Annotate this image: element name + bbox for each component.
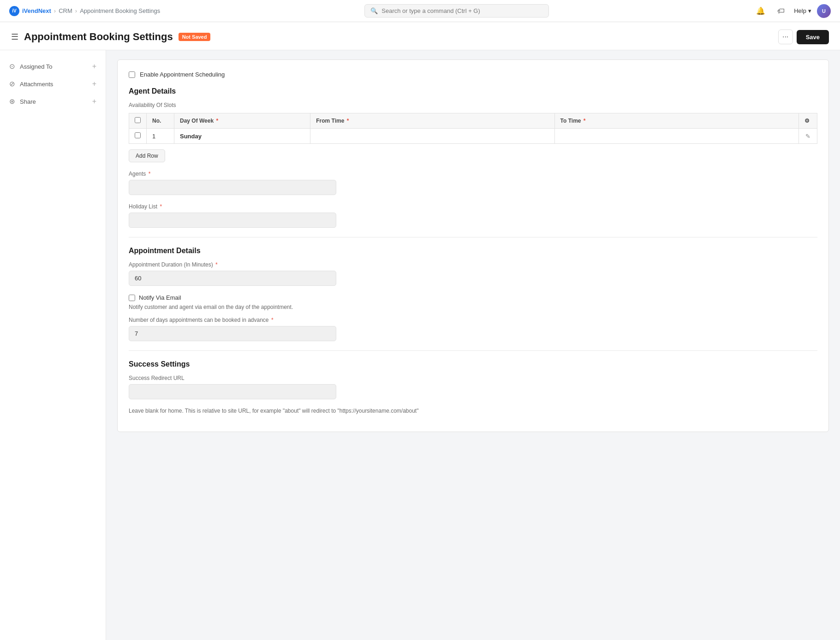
tags-icon[interactable]: 🏷	[774, 4, 788, 18]
availability-table: No. Day Of Week * From Time * To Time	[129, 113, 817, 144]
advance-days-field-group: Number of days appointments can be booke…	[129, 317, 817, 341]
row-edit-cell[interactable]: ✎	[799, 129, 817, 144]
appointment-details-title: Appointment Details	[129, 247, 817, 255]
search-area: 🔍	[364, 4, 549, 18]
row-to-time-cell[interactable]	[554, 129, 798, 144]
main-content: Enable Appointment Scheduling Agent Deta…	[106, 50, 840, 640]
duration-label: Appointment Duration (In Minutes) *	[129, 261, 817, 268]
sidebar-item-assigned-to[interactable]: ⊙ Assigned To +	[0, 58, 106, 75]
redirect-url-hint: Leave blank for home. This is relative t…	[129, 408, 817, 414]
day-required-star: *	[216, 118, 219, 124]
to-time-input[interactable]	[560, 133, 793, 140]
advance-days-input[interactable]	[129, 326, 336, 341]
sidebar: ⊙ Assigned To + ⊘ Attachments + ⊛ Share …	[0, 50, 106, 640]
breadcrumb-current: Appointment Booking Settings	[80, 7, 160, 14]
more-options-button[interactable]: ···	[778, 30, 793, 44]
sidebar-item-attachments[interactable]: ⊘ Attachments +	[0, 75, 106, 93]
holiday-list-label: Holiday List *	[129, 203, 817, 210]
duration-required-star: *	[215, 261, 218, 268]
holiday-list-field-group: Holiday List *	[129, 203, 817, 228]
holiday-list-required-star: *	[160, 203, 162, 210]
hamburger-menu[interactable]: ☰	[11, 32, 18, 42]
select-all-checkbox[interactable]	[135, 117, 141, 123]
holiday-list-input[interactable]	[129, 213, 336, 228]
row-day-cell: Sunday	[174, 129, 310, 144]
success-settings-section: Success Settings Success Redirect URL Le…	[129, 360, 817, 414]
section-divider-1	[129, 237, 817, 237]
nav-actions: 🔔 🏷 Help ▾ U	[753, 4, 831, 18]
from-time-input[interactable]	[316, 133, 548, 140]
agent-details-title: Agent Details	[129, 87, 817, 95]
enable-row: Enable Appointment Scheduling	[129, 71, 817, 78]
sidebar-item-share[interactable]: ⊛ Share +	[0, 93, 106, 110]
app-name: iVendNext	[22, 7, 51, 14]
row-from-time-cell[interactable]	[310, 129, 554, 144]
notify-hint: Notify customer and agent via email on t…	[129, 304, 817, 310]
notify-email-row: Notify Via Email	[129, 294, 817, 301]
advance-days-label: Number of days appointments can be booke…	[129, 317, 817, 323]
edit-row-icon[interactable]: ✎	[805, 133, 810, 140]
redirect-url-field-group: Success Redirect URL	[129, 375, 817, 399]
page-title: Appointment Booking Settings	[24, 31, 173, 43]
breadcrumb-crm[interactable]: CRM	[59, 7, 72, 14]
logo-icon: iV	[9, 6, 19, 16]
col-header-from-time: From Time *	[310, 113, 554, 129]
main-layout: ⊙ Assigned To + ⊘ Attachments + ⊛ Share …	[0, 50, 840, 640]
share-icon: ⊛	[9, 97, 15, 106]
sidebar-attachments-label: Attachments	[20, 81, 53, 88]
appointment-details-section: Appointment Details Appointment Duration…	[129, 247, 817, 341]
notify-email-checkbox[interactable]	[129, 295, 135, 301]
agents-field-group: Agents *	[129, 171, 817, 195]
row-checkbox[interactable]	[135, 132, 141, 138]
page-header-right: ··· Save	[778, 30, 829, 44]
table-row: 1 Sunday ✎	[129, 129, 817, 144]
app-logo[interactable]: iV iVendNext	[9, 6, 51, 16]
row-checkbox-cell	[129, 129, 147, 144]
section-divider-2	[129, 350, 817, 351]
help-label: Help	[794, 7, 806, 14]
page-header: ☰ Appointment Booking Settings Not Saved…	[0, 22, 840, 50]
col-header-no: No.	[147, 113, 174, 129]
chevron-down-icon: ▾	[808, 7, 811, 14]
not-saved-badge: Not Saved	[179, 33, 211, 41]
assigned-to-add-icon[interactable]: +	[92, 62, 96, 71]
search-input[interactable]	[381, 7, 543, 14]
enable-scheduling-label: Enable Appointment Scheduling	[140, 71, 225, 78]
breadcrumb-sep-1: ›	[54, 7, 56, 14]
sidebar-share-label: Share	[20, 98, 36, 105]
top-nav: iV iVendNext › CRM › Appointment Booking…	[0, 0, 840, 22]
page-header-left: ☰ Appointment Booking Settings Not Saved	[11, 31, 210, 43]
col-header-day-of-week: Day Of Week *	[174, 113, 310, 129]
agent-details-section: Agent Details Availability Of Slots No. …	[129, 87, 817, 228]
avatar[interactable]: U	[817, 4, 831, 18]
breadcrumb-sep-2: ›	[75, 7, 77, 14]
from-time-required-star: *	[347, 118, 349, 124]
col-header-to-time: To Time *	[554, 113, 798, 129]
notify-email-label: Notify Via Email	[139, 294, 181, 301]
agents-required-star: *	[149, 171, 151, 177]
attachments-icon: ⊘	[9, 80, 15, 88]
advance-days-required-star: *	[271, 317, 274, 323]
attachments-add-icon[interactable]: +	[92, 80, 96, 88]
assigned-to-icon: ⊙	[9, 62, 15, 71]
sidebar-assigned-to-label: Assigned To	[20, 63, 53, 70]
add-row-button[interactable]: Add Row	[129, 149, 165, 162]
agents-input[interactable]	[129, 180, 336, 195]
redirect-url-input[interactable]	[129, 384, 336, 399]
save-button[interactable]: Save	[797, 30, 829, 44]
redirect-url-label: Success Redirect URL	[129, 375, 817, 381]
help-button[interactable]: Help ▾	[794, 7, 811, 14]
agents-label: Agents *	[129, 171, 817, 177]
notifications-icon[interactable]: 🔔	[753, 4, 768, 18]
col-header-actions: ⚙	[799, 113, 817, 129]
success-settings-title: Success Settings	[129, 360, 817, 368]
enable-scheduling-checkbox[interactable]	[129, 71, 135, 78]
share-add-icon[interactable]: +	[92, 97, 96, 106]
row-no-cell: 1	[147, 129, 174, 144]
breadcrumb-area: iV iVendNext › CRM › Appointment Booking…	[9, 6, 160, 16]
to-time-required-star: *	[584, 118, 586, 124]
availability-subtitle: Availability Of Slots	[129, 102, 817, 108]
search-icon: 🔍	[370, 7, 378, 14]
duration-input[interactable]	[129, 271, 336, 286]
col-header-checkbox	[129, 113, 147, 129]
